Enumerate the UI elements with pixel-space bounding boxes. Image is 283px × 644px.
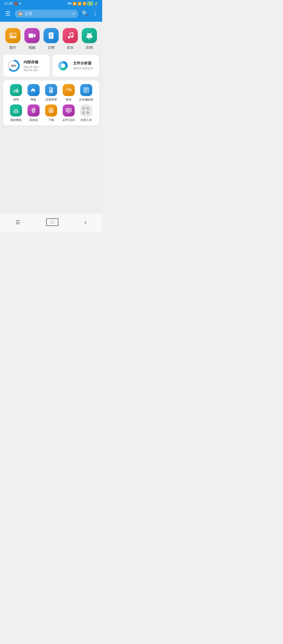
svg-line-17	[87, 33, 88, 34]
main-content: 图片 视频	[0, 22, 102, 171]
download-label: 下载	[48, 118, 54, 122]
svg-rect-19	[86, 36, 87, 38]
tool-clean[interactable]: 清理	[7, 84, 25, 101]
tool-all[interactable]: 全部工具	[77, 104, 95, 122]
tool-cloud[interactable]: 网盘	[25, 84, 42, 101]
clean-label: 清理	[13, 98, 19, 101]
tab-close-button[interactable]: ✕	[72, 12, 75, 16]
status-hd-icon: HD	[68, 2, 71, 5]
wifi-icon: 🛜	[83, 2, 86, 5]
menu-button[interactable]: ☰	[4, 9, 12, 18]
cloud-label: 网盘	[31, 98, 36, 101]
bottom-nav: ☰ □ ‹	[0, 213, 102, 232]
tool-zip[interactable]: 压缩管理	[42, 84, 60, 101]
xfer-icon	[63, 84, 75, 96]
xfer-label: 快传	[66, 98, 72, 101]
svg-rect-22	[90, 38, 91, 39]
category-item-video[interactable]: 视频	[24, 28, 40, 50]
svg-rect-20	[92, 36, 92, 38]
svg-rect-4	[49, 32, 53, 39]
category-item-docs[interactable]: 文档	[43, 28, 59, 50]
download-icon	[45, 104, 57, 116]
nav-bar: ☰ 🏠 主页 ✕ 🔍 ⋮	[0, 7, 102, 22]
video-icon	[24, 28, 40, 43]
tool-xfer[interactable]: 快传	[60, 84, 77, 101]
music-icon	[63, 28, 78, 43]
svg-point-32	[68, 89, 69, 91]
category-item-images[interactable]: 图片	[5, 28, 20, 50]
docs-icon	[43, 28, 59, 43]
signal-icon-2: 📶	[78, 2, 81, 5]
recycle-icon	[28, 104, 40, 116]
analyzer-subtitle: 发现可清理文件	[73, 66, 93, 70]
texted-icon	[80, 84, 92, 96]
svg-point-16	[90, 35, 91, 36]
tool-download[interactable]: 下载	[42, 104, 60, 122]
zip-icon	[45, 84, 57, 96]
cloud-icon	[28, 84, 40, 96]
storage-row: 62% 内部存储 286.35 GB / 463.99 GB	[3, 55, 99, 77]
svg-rect-27	[17, 91, 18, 92]
more-button[interactable]: ⋮	[92, 10, 98, 17]
svg-rect-49	[67, 109, 69, 111]
bottom-back-button[interactable]: ‹	[79, 217, 92, 227]
status-time: 17:28	[4, 2, 13, 5]
category-row: 图片 视频	[3, 26, 99, 51]
tab-label: 主页	[25, 11, 32, 16]
status-bar: 17:28 🔕 ☀ HD 📶 📶 🛜 62 ⚡	[0, 0, 102, 7]
apps-label: 应用	[86, 45, 93, 50]
texted-label: 文本编辑器	[79, 98, 93, 101]
status-weather-icon: ☀	[19, 2, 22, 5]
svg-line-11	[70, 33, 73, 33]
storage-title: 内部存储	[24, 60, 46, 65]
svg-point-1	[11, 34, 12, 36]
analyzer-info: 文件分析器 发现可清理文件	[73, 61, 93, 70]
net-label: 我的网络	[10, 118, 22, 122]
bottom-home-button[interactable]: □	[46, 218, 58, 226]
home-icon: 🏠	[18, 11, 23, 16]
svg-rect-14	[87, 36, 92, 38]
internal-storage-card[interactable]: 62% 内部存储 286.35 GB / 463.99 GB	[3, 55, 50, 77]
storage-info: 内部存储 286.35 GB / 463.99 GB	[24, 60, 46, 72]
all-label: 全部工具	[80, 118, 92, 122]
music-label: 音乐	[67, 45, 74, 50]
file-analyzer-card[interactable]: 文件分析器 发现可清理文件	[53, 55, 99, 77]
clean-icon	[10, 84, 22, 96]
svg-point-15	[88, 35, 89, 36]
recycle-label: 回收站	[29, 118, 38, 122]
status-silent-icon: 🔕	[14, 2, 18, 5]
pc-label: 从PC访问	[62, 118, 75, 122]
svg-rect-31	[50, 91, 52, 92]
spacer	[0, 171, 102, 213]
svg-point-40	[15, 112, 16, 112]
file-analyzer-icon	[56, 59, 70, 73]
bottom-menu-button[interactable]: ☰	[10, 218, 25, 226]
status-right: HD 📶 📶 🛜 62 ⚡	[68, 2, 98, 5]
tool-texted[interactable]: 文本编辑器	[77, 84, 95, 101]
charging-icon: ⚡	[94, 2, 98, 5]
tool-recycle[interactable]: 回收站	[25, 104, 42, 122]
tools-grid: 清理 网盘	[7, 84, 95, 122]
category-item-music[interactable]: 音乐	[63, 28, 78, 50]
all-icon	[80, 104, 92, 116]
tool-net[interactable]: 我的网络	[7, 104, 25, 122]
search-button[interactable]: 🔍	[81, 10, 89, 17]
signal-icon-1: 📶	[73, 2, 77, 5]
home-tab[interactable]: 🏠 主页 ✕	[15, 10, 78, 18]
storage-percent-label: 62%	[11, 64, 16, 67]
svg-point-26	[61, 64, 65, 68]
docs-label: 文档	[48, 45, 55, 50]
analyzer-title: 文件分析器	[73, 61, 93, 66]
svg-point-39	[14, 112, 15, 112]
pc-icon	[63, 104, 75, 116]
svg-line-18	[91, 33, 91, 34]
tool-pc[interactable]: 从PC访问	[60, 104, 77, 122]
battery-indicator: 62	[88, 2, 93, 5]
svg-rect-2	[29, 34, 33, 38]
svg-rect-33	[84, 88, 89, 92]
category-item-apps[interactable]: 应用	[82, 28, 97, 50]
tools-card: 清理 网盘	[3, 80, 99, 125]
storage-donut: 62%	[7, 59, 20, 73]
zip-label: 压缩管理	[45, 98, 57, 101]
status-left: 17:28 🔕 ☀	[4, 2, 22, 5]
